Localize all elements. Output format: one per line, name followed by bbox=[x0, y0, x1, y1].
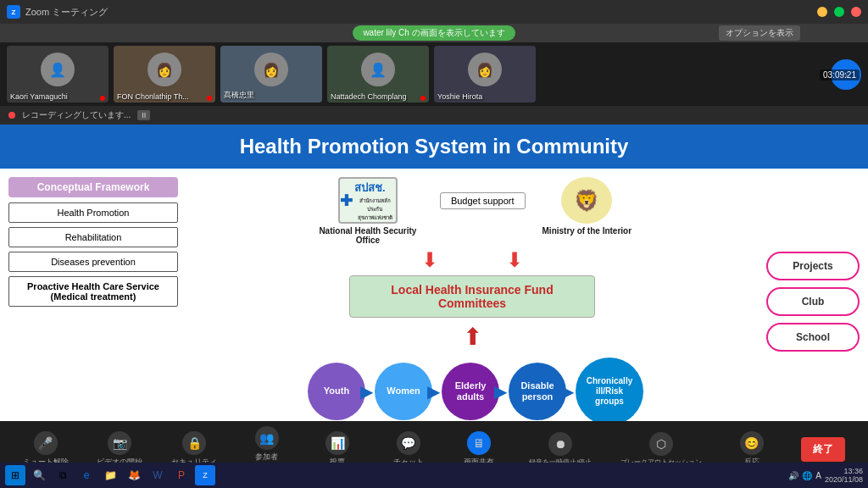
mute-indicator-2 bbox=[207, 96, 212, 101]
share-icon: 🖥 bbox=[467, 431, 491, 455]
participant-name-4: Nattadech Chomplang bbox=[331, 92, 407, 101]
recording-bar: レコーディングしています... II bbox=[0, 106, 868, 125]
arrow-down-left: ⬇ bbox=[421, 250, 438, 270]
word-button[interactable]: W bbox=[147, 465, 168, 485]
slide-body: Conceptual Framework Health Promotion Re… bbox=[0, 169, 868, 418]
meeting-timer: 03:09:21 bbox=[820, 69, 860, 80]
poll-icon: 📊 bbox=[326, 431, 349, 455]
org-ministry: 🦁 Ministry of the Interior bbox=[542, 177, 632, 236]
options-button[interactable]: オプションを表示 bbox=[719, 25, 800, 41]
cross-icon: ✚ bbox=[340, 191, 353, 210]
lhif-text-1: Local Health Insurance Fund bbox=[376, 283, 569, 297]
taskbar-network-icon: 🌐 bbox=[802, 471, 812, 480]
system-clock: 13:36 2020/11/08 bbox=[825, 467, 863, 484]
people-row: Youth ▶ Women ▶ Elderlyadults ▶ Disablep… bbox=[308, 358, 637, 421]
bubble-youth: Youth bbox=[308, 363, 365, 420]
top-notification-bar: water lily Ch の画面を表示しています オプションを表示 bbox=[0, 24, 868, 42]
arrow-down-right: ⬇ bbox=[506, 250, 523, 270]
video-thumb-5[interactable]: 👩 Yoshie Hirota bbox=[434, 46, 536, 103]
end-meeting-button[interactable]: 終了 bbox=[801, 437, 845, 462]
nhso-name: National Health Security Office bbox=[313, 226, 423, 245]
nhso-thai-name: สปสช. bbox=[354, 179, 386, 197]
participants-label: 参加者 bbox=[255, 452, 278, 463]
notification-label: water lily Ch の画面を表示しています bbox=[353, 25, 515, 41]
reaction-icon: 😊 bbox=[740, 431, 764, 455]
edge-button[interactable]: e bbox=[76, 465, 97, 485]
taskview-button[interactable]: ⧉ bbox=[53, 465, 73, 485]
organizations-row: ✚ สปสช. สำนักงานหลักประกันสุขภาพแห่งชาติ… bbox=[186, 177, 758, 245]
video-strip: 👤 Kaori Yamaguchi 👩 FON Chonlathip Th...… bbox=[0, 42, 868, 106]
taskbar-right: 🔊 🌐 A 13:36 2020/11/08 bbox=[788, 467, 863, 484]
lhif-box: Local Health Insurance Fund Committees bbox=[349, 275, 595, 318]
explorer-button[interactable]: 📁 bbox=[100, 465, 120, 485]
video-thumb-4[interactable]: 👤 Nattadech Chomplang bbox=[327, 46, 429, 103]
cf-item-4: Proactive Health Care Service(Medical tr… bbox=[8, 276, 178, 307]
powerpoint-button[interactable]: P bbox=[171, 465, 192, 485]
down-arrows-row: ⬇ ⬇ bbox=[421, 250, 523, 270]
left-panel: Conceptual Framework Health Promotion Re… bbox=[8, 177, 178, 409]
avatar-5: 👩 bbox=[468, 53, 502, 86]
slide-area: Health Promotion System in Community Con… bbox=[0, 125, 868, 421]
ministry-logo: 🦁 bbox=[561, 177, 612, 224]
app-title: Zoom ミーティング bbox=[25, 6, 108, 19]
nhso-logo: ✚ สปสช. สำนักงานหลักประกันสุขภาพแห่งชาติ bbox=[338, 177, 398, 224]
slide-title: Health Promotion System in Community bbox=[0, 125, 868, 169]
close-button[interactable] bbox=[851, 7, 861, 17]
video-thumb-1[interactable]: 👤 Kaori Yamaguchi bbox=[7, 46, 108, 103]
budget-box-container: Budget support bbox=[440, 186, 526, 209]
bubble-chronic: Chronicallyill/Riskgroups bbox=[576, 358, 643, 421]
video-icon: 📷 bbox=[108, 431, 131, 455]
bubble-women: Women bbox=[375, 363, 432, 420]
breakout-icon: ⬡ bbox=[649, 432, 673, 456]
arrow-women-elderly: ▶ bbox=[427, 381, 440, 402]
system-date: 2020/11/08 bbox=[825, 475, 863, 484]
participant-name-5: Yoshie Hirota bbox=[437, 92, 482, 101]
record-button[interactable]: ⏺ 録音を一時停止/停止 bbox=[529, 432, 592, 467]
window-controls bbox=[817, 7, 861, 17]
firefox-button[interactable]: 🦊 bbox=[124, 465, 144, 485]
breakout-button[interactable]: ⬡ ブレークアウトセッション bbox=[620, 432, 702, 467]
right-bubble-club: Club bbox=[766, 287, 860, 316]
avatar-4: 👤 bbox=[361, 53, 395, 86]
search-button[interactable]: 🔍 bbox=[29, 465, 49, 485]
maximize-button[interactable] bbox=[834, 7, 844, 17]
participants-icon: 👥 bbox=[255, 426, 279, 450]
chat-icon: 💬 bbox=[397, 431, 420, 455]
minimize-button[interactable] bbox=[817, 7, 827, 17]
taskbar: ⊞ 🔍 ⧉ e 📁 🦊 W P Z 🔊 🌐 A 13:36 2020/11/08 bbox=[0, 463, 868, 488]
conceptual-framework-header: Conceptual Framework bbox=[8, 177, 178, 197]
cf-item-3: Diseases prevention bbox=[8, 252, 178, 272]
title-bar-left: Z Zoom ミーティング bbox=[7, 5, 108, 19]
ministry-name: Ministry of the Interior bbox=[542, 226, 632, 236]
security-icon: 🔒 bbox=[182, 431, 206, 455]
video-thumb-2[interactable]: 👩 FON Chonlathip Th... bbox=[114, 46, 215, 103]
bubble-disable: Disableperson bbox=[509, 363, 566, 420]
right-bubble-school: School bbox=[766, 323, 860, 352]
taskbar-speaker-icon: 🔊 bbox=[788, 471, 798, 480]
up-arrow-main: ⬆ bbox=[463, 323, 482, 351]
lhif-text-2: Committees bbox=[376, 297, 569, 310]
title-bar: Z Zoom ミーティング bbox=[0, 0, 868, 24]
taskbar-ime-icon: A bbox=[815, 471, 821, 480]
mute-icon: 🎤 bbox=[34, 431, 58, 455]
participant-name-3: 髙橋忠里 bbox=[224, 90, 254, 101]
recording-pause-button[interactable]: II bbox=[137, 110, 150, 120]
arrow-elderly-disable: ▶ bbox=[494, 381, 507, 402]
taskbar-left: ⊞ 🔍 ⧉ e 📁 🦊 W P Z bbox=[5, 465, 215, 485]
nhso-thai-subname: สำนักงานหลักประกันสุขภาพแห่งชาติ bbox=[354, 197, 396, 222]
video-thumb-3[interactable]: 👩 髙橋忠里 bbox=[220, 46, 322, 103]
center-panel: ✚ สปสช. สำนักงานหลักประกันสุขภาพแห่งชาติ… bbox=[186, 177, 758, 409]
cf-item-1: Health Promotion bbox=[8, 202, 178, 223]
start-button[interactable]: ⊞ bbox=[5, 465, 25, 485]
mute-indicator-4 bbox=[420, 96, 426, 101]
cf-item-2: Rehabilitation bbox=[8, 227, 178, 247]
record-icon: ⏺ bbox=[548, 432, 572, 456]
avatar-1: 👤 bbox=[41, 53, 75, 86]
recording-dot bbox=[8, 112, 15, 119]
zoom-task-button[interactable]: Z bbox=[195, 465, 215, 485]
recording-status: レコーディングしています... bbox=[22, 109, 131, 121]
bubble-elderly: Elderlyadults bbox=[442, 363, 499, 420]
arrow-youth-women: ▶ bbox=[360, 381, 373, 402]
zoom-app-icon: Z bbox=[7, 5, 20, 19]
participant-name-1: Kaori Yamaguchi bbox=[10, 92, 68, 101]
